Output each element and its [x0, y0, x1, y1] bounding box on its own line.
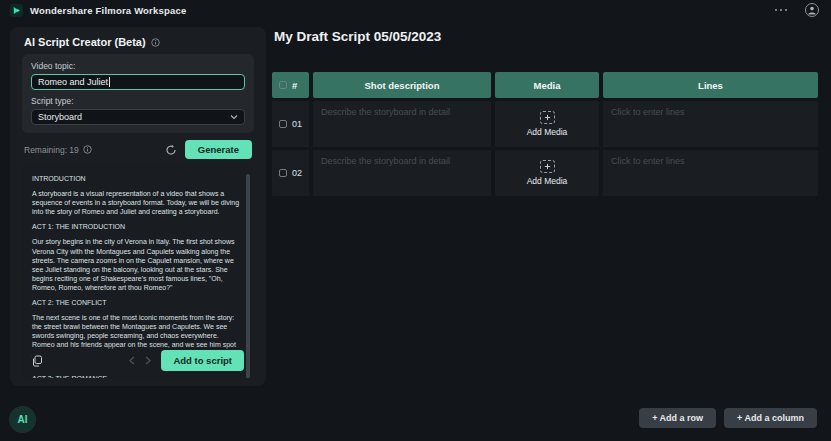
script-output-box[interactable]: INTRODUCTION A storyboard is a visual re… [22, 166, 254, 378]
add-media-label: Add Media [527, 176, 568, 186]
script-paragraph: A storyboard is a visual representation … [32, 189, 240, 216]
row-checkbox[interactable] [279, 169, 287, 177]
refresh-icon[interactable] [165, 144, 177, 156]
add-to-script-button[interactable]: Add to script [161, 350, 244, 371]
topic-card: Video topic: Romeo and Juliet Script typ… [22, 54, 254, 133]
shot-description-cell[interactable]: Describe the storyboard in detail [313, 150, 491, 196]
ai-assistant-badge[interactable]: AI [10, 407, 35, 432]
table-row: 01 Describe the storyboard in detail Add… [272, 101, 818, 147]
text-cursor [109, 77, 110, 87]
copy-icon[interactable] [32, 355, 43, 367]
top-bar: Wondershare Filmora Workspace [0, 0, 831, 20]
add-media-icon [540, 160, 555, 173]
header-media: Media [495, 72, 599, 98]
lines-cell[interactable]: Click to enter lines [603, 101, 818, 147]
scrollbar[interactable] [246, 174, 250, 378]
user-avatar[interactable] [805, 3, 819, 17]
filmora-logo-icon [10, 4, 23, 17]
add-column-button[interactable]: + Add a column [724, 408, 817, 428]
next-page-icon[interactable] [145, 356, 151, 365]
more-menu-icon[interactable] [773, 6, 790, 15]
header-shot-description: Shot description [313, 72, 491, 98]
lines-cell[interactable]: Click to enter lines [603, 150, 818, 196]
row-number: 02 [292, 168, 302, 178]
script-type-select[interactable]: Storyboard [31, 109, 245, 125]
row-number-cell: 01 [272, 101, 309, 147]
add-media-cell[interactable]: Add Media [495, 150, 599, 196]
chevron-down-icon [230, 114, 238, 120]
add-media-cell[interactable]: Add Media [495, 101, 599, 147]
script-type-value: Storyboard [38, 112, 82, 122]
table-row: 02 Describe the storyboard in detail Add… [272, 150, 818, 196]
video-topic-label: Video topic: [31, 61, 245, 71]
row-number-cell: 02 [272, 150, 309, 196]
video-topic-input[interactable]: Romeo and Juliet [31, 74, 245, 90]
info-icon[interactable] [151, 38, 160, 47]
add-row-button[interactable]: + Add a row [639, 408, 716, 428]
panel-title: AI Script Creator (Beta) [24, 36, 146, 48]
script-table: # Shot description Media Lines 01 Descri… [272, 72, 818, 196]
script-paragraph: ACT 3: THE ROMANCE [32, 374, 240, 378]
add-media-label: Add Media [527, 127, 568, 137]
script-paragraph: ACT 2: THE CONFLICT [32, 298, 240, 307]
header-lines: Lines [603, 72, 818, 98]
remaining-label: Remaining: 19 [24, 145, 79, 155]
script-paragraph: Our story begins in the city of Verona i… [32, 237, 240, 292]
shot-description-cell[interactable]: Describe the storyboard in detail [313, 101, 491, 147]
ai-script-creator-panel: AI Script Creator (Beta) Video topic: Ro… [10, 27, 266, 386]
row-number: 01 [292, 119, 302, 129]
add-media-icon [540, 111, 555, 124]
table-header-row: # Shot description Media Lines [272, 72, 818, 98]
page-title: My Draft Script 05/05/2023 [274, 29, 441, 44]
row-checkbox[interactable] [279, 120, 287, 128]
script-paragraph: INTRODUCTION [32, 174, 240, 183]
select-all-checkbox[interactable] [279, 81, 287, 89]
script-paragraph: ACT 1: THE INTRODUCTION [32, 222, 240, 231]
header-number-label: # [292, 80, 297, 91]
header-number-cell: # [272, 72, 309, 98]
generate-button[interactable]: Generate [185, 140, 252, 159]
video-topic-value: Romeo and Juliet [38, 77, 108, 87]
app-title: Wondershare Filmora Workspace [30, 5, 186, 16]
info-icon[interactable] [83, 145, 92, 154]
prev-page-icon[interactable] [129, 356, 135, 365]
script-type-label: Script type: [31, 96, 245, 106]
